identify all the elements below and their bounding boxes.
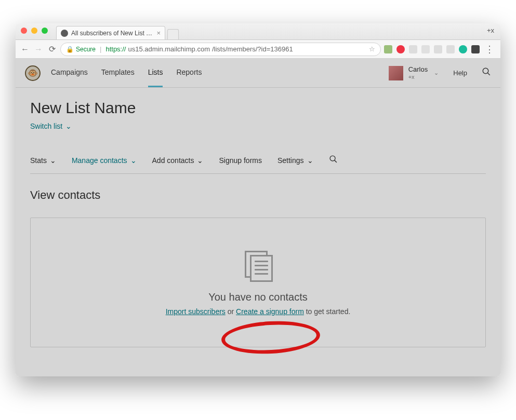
- page: 🐵 Campaigns Templates Lists Reports Carl…: [16, 59, 500, 376]
- url-protocol: https://: [105, 45, 126, 53]
- url-host: us15.admin.mailchimp.com: [128, 45, 210, 53]
- document-stack-icon: [242, 250, 275, 283]
- empty-subline: Import subscribers or Create a signup fo…: [166, 307, 351, 316]
- user-name: Carlos: [408, 66, 428, 73]
- page-title: New List Name: [30, 99, 486, 117]
- chevron-down-icon: ⌄: [50, 156, 56, 165]
- nav-reports[interactable]: Reports: [176, 59, 202, 87]
- browser-window: All subscribers of New List Na × +x ← → …: [16, 23, 500, 376]
- reload-button[interactable]: ⟳: [47, 44, 57, 54]
- subnav-signup-forms[interactable]: Signup forms: [219, 156, 261, 165]
- subnav-manage-contacts[interactable]: Manage contacts ⌄: [72, 156, 137, 165]
- extension-icons: [384, 45, 480, 53]
- mailchimp-logo-icon[interactable]: 🐵: [25, 65, 41, 81]
- user-menu[interactable]: Carlos +x ⌄ Help: [389, 66, 491, 80]
- tab-title: All subscribers of New List Na: [71, 30, 153, 37]
- url-field[interactable]: 🔒 Secure | https://us15.admin.mailchimp.…: [60, 43, 381, 56]
- extension-icon[interactable]: [396, 45, 405, 53]
- browser-menu-icon[interactable]: ⋮: [483, 44, 496, 55]
- svg-line-3: [334, 160, 336, 162]
- create-signup-form-link[interactable]: Create a signup form: [236, 307, 304, 316]
- empty-heading: You have no contacts: [208, 291, 308, 303]
- list-subnav: Stats ⌄ Manage contacts ⌄ Add contacts ⌄…: [30, 155, 486, 174]
- section-title: View contacts: [30, 188, 486, 202]
- nav-lists[interactable]: Lists: [148, 59, 163, 87]
- subnav-stats[interactable]: Stats ⌄: [30, 156, 56, 165]
- minimize-window-button[interactable]: [31, 28, 37, 34]
- subnav-search-icon[interactable]: [329, 155, 338, 166]
- subnav-add-contacts[interactable]: Add contacts ⌄: [152, 156, 204, 165]
- chevron-down-icon: ⌄: [65, 122, 72, 130]
- extension-icon[interactable]: [446, 45, 455, 53]
- help-link[interactable]: Help: [453, 69, 467, 77]
- tab-favicon-icon: [61, 30, 68, 37]
- avatar: [389, 66, 403, 80]
- extension-icon[interactable]: [409, 45, 417, 53]
- switch-list-link[interactable]: Switch list ⌄: [30, 122, 72, 130]
- window-controls: [21, 28, 48, 34]
- tab-close-icon[interactable]: ×: [156, 29, 161, 37]
- nav-links: Campaigns Templates Lists Reports: [51, 59, 202, 87]
- user-sub: +x: [408, 74, 428, 80]
- chevron-down-icon: ⌄: [197, 156, 203, 165]
- address-bar: ← → ⟳ 🔒 Secure | https://us15.admin.mail…: [16, 40, 500, 59]
- maximize-window-button[interactable]: [42, 28, 48, 34]
- content: New List Name Switch list ⌄ Stats ⌄ Mana…: [16, 88, 500, 357]
- extension-icon[interactable]: [459, 45, 467, 53]
- chevron-down-icon: ⌄: [307, 156, 313, 165]
- bookmark-star-icon[interactable]: ☆: [369, 45, 375, 53]
- top-nav: 🐵 Campaigns Templates Lists Reports Carl…: [16, 59, 500, 88]
- empty-state: You have no contacts Import subscribers …: [30, 218, 486, 347]
- new-tab-button[interactable]: [167, 29, 179, 39]
- forward-button[interactable]: →: [33, 45, 44, 54]
- subnav-settings[interactable]: Settings ⌄: [277, 156, 313, 165]
- search-icon[interactable]: [482, 67, 491, 79]
- secure-label: Secure: [76, 46, 96, 53]
- svg-line-1: [487, 73, 490, 75]
- chevron-down-icon: ⌄: [130, 156, 137, 165]
- url-path: /lists/members/?id=136961: [212, 45, 293, 53]
- extension-icon[interactable]: [384, 45, 392, 53]
- back-button[interactable]: ←: [20, 45, 30, 54]
- svg-point-2: [330, 156, 335, 161]
- titlebar: All subscribers of New List Na × +x: [16, 23, 500, 40]
- nav-templates[interactable]: Templates: [101, 59, 135, 87]
- browser-tab[interactable]: All subscribers of New List Na ×: [56, 26, 165, 39]
- chevron-down-icon: ⌄: [434, 70, 439, 76]
- apps-grid-icon[interactable]: [471, 45, 480, 53]
- nav-campaigns[interactable]: Campaigns: [51, 59, 88, 87]
- svg-point-0: [483, 68, 488, 74]
- extension-icon[interactable]: [421, 45, 430, 53]
- titlebar-plusx: +x: [487, 26, 494, 34]
- lock-icon: 🔒: [66, 46, 74, 53]
- close-window-button[interactable]: [21, 28, 27, 34]
- extension-icon[interactable]: [434, 45, 442, 53]
- import-subscribers-link[interactable]: Import subscribers: [166, 307, 226, 316]
